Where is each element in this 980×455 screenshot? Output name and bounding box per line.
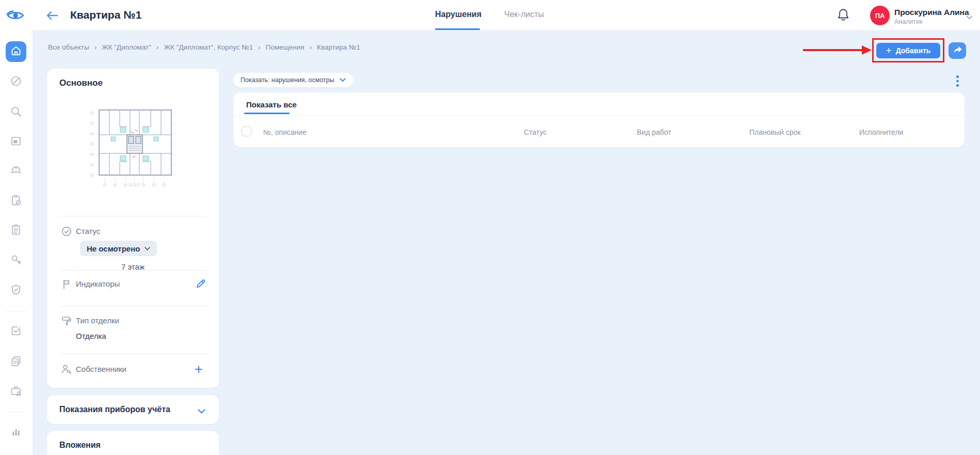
annotation-arrow-line <box>803 49 863 51</box>
home-icon <box>10 44 22 59</box>
key-icon <box>10 254 22 266</box>
status-circle-check-icon <box>61 226 72 239</box>
sidebar-item-contractors[interactable] <box>10 385 22 397</box>
breadcrumb: Все объекты › ЖК "Дипломат" › ЖК "Диплом… <box>48 43 360 51</box>
sidebar-item-keys[interactable] <box>10 254 22 266</box>
filter-dropdown[interactable]: Показать: нарушения, осмотры <box>233 73 353 87</box>
nav-sidebar <box>0 30 33 455</box>
paint-roller-icon <box>61 315 72 328</box>
status-label: Статус <box>76 227 100 236</box>
page-title: Квартира №1 <box>70 9 141 21</box>
share-button[interactable] <box>949 42 966 59</box>
breadcrumb-separator: › <box>258 43 261 51</box>
breadcrumb-item[interactable]: ЖК "Дипломат", Корпус №1 <box>164 43 253 51</box>
sidebar-item-analytics[interactable] <box>10 426 22 438</box>
breadcrumb-item-current: Квартира №1 <box>317 43 360 51</box>
sidebar-divider <box>6 311 26 311</box>
edit-pencil-icon[interactable] <box>195 277 206 291</box>
column-header-assignees: Исполнители <box>859 128 903 136</box>
finish-type-value: Отделка <box>76 332 106 340</box>
sidebar-item-warranty[interactable] <box>10 284 22 296</box>
sidebar-item-violations[interactable] <box>10 75 22 87</box>
breadcrumb-separator: › <box>156 43 159 51</box>
meters-card[interactable]: Показания приборов учёта <box>47 395 219 424</box>
app-header: Квартира №1 Нарушения Чек-листы ПА Проск… <box>0 0 980 30</box>
column-header-status: Статус <box>524 128 547 136</box>
owners-label: Собственники <box>76 365 126 373</box>
indicators-label: Индикаторы <box>76 279 120 288</box>
owner-key-icon <box>61 364 72 377</box>
share-icon <box>952 45 962 56</box>
chevron-down-icon <box>340 78 346 82</box>
breadcrumb-item[interactable]: ЖК "Дипломат" <box>102 43 151 51</box>
tab-checklists[interactable]: Чек-листы <box>504 10 544 19</box>
breadcrumb-item[interactable]: Все объекты <box>48 43 89 51</box>
add-button[interactable]: + Добавить <box>876 43 940 58</box>
clipboard-icon <box>10 224 22 236</box>
more-options-menu[interactable] <box>955 74 960 88</box>
block-icon <box>10 75 22 87</box>
tab-violations[interactable]: Нарушения <box>435 10 481 19</box>
panel-divider <box>59 216 206 216</box>
status-value: Не осмотрено <box>87 244 140 253</box>
sidebar-item-objects[interactable] <box>10 135 22 147</box>
add-button-label: Добавить <box>896 46 931 55</box>
checkbox-check-icon <box>10 324 22 337</box>
sidebar-item-documents[interactable] <box>10 355 22 367</box>
violations-table-card: Показать все №, описание Статус Вид рабо… <box>233 92 965 147</box>
floor-plan-image[interactable] <box>88 106 181 191</box>
table-divider <box>233 115 965 116</box>
app-logo-eye-icon[interactable] <box>6 9 25 24</box>
column-header-description: №, описание <box>263 128 307 136</box>
column-header-due-date: Плановый срок <box>749 128 800 136</box>
app-screen: Квартира №1 Нарушения Чек-листы ПА Проск… <box>0 0 980 455</box>
card-icon <box>10 135 22 147</box>
breadcrumb-item[interactable]: Помещения <box>266 43 304 51</box>
filter-label: Показать: нарушения, осмотры <box>240 76 334 84</box>
annotation-arrow-head-icon <box>862 45 872 55</box>
breadcrumb-separator: › <box>310 43 312 51</box>
breadcrumb-separator: › <box>94 43 97 51</box>
sidebar-item-search[interactable] <box>10 105 22 118</box>
user-role: Аналитик <box>894 18 923 25</box>
shield-check-icon <box>10 284 22 296</box>
attachments-title: Вложения <box>59 441 101 450</box>
column-header-work-type: Вид работ <box>637 128 671 136</box>
chevron-down-icon[interactable] <box>198 407 205 416</box>
plus-icon: + <box>886 45 892 55</box>
active-tab-underline <box>435 28 480 30</box>
flag-icon <box>61 278 72 292</box>
panel-divider <box>59 270 206 271</box>
sidebar-item-inspections[interactable] <box>10 194 22 207</box>
sidebar-item-checklists[interactable] <box>10 224 22 236</box>
tab-show-all[interactable]: Показать все <box>246 100 297 109</box>
sidebar-divider <box>6 412 26 412</box>
notification-bell-icon[interactable] <box>837 8 849 24</box>
active-tab-underline <box>244 113 290 114</box>
briefcase-user-icon <box>10 385 22 397</box>
user-name: Проскурина Алина <box>894 8 969 17</box>
chevron-down-icon <box>144 247 150 250</box>
sidebar-item-construction[interactable] <box>10 164 22 176</box>
panel-divider <box>59 306 206 307</box>
info-panel-card: Основное <box>47 69 219 388</box>
user-menu-chevron-icon[interactable] <box>966 12 973 22</box>
sidebar-item-tasks[interactable] <box>10 324 22 337</box>
finish-type-label: Тип отделки <box>76 316 119 325</box>
back-arrow-icon[interactable] <box>45 9 59 24</box>
documents-icon <box>10 355 22 367</box>
sidebar-item-home[interactable] <box>6 41 26 62</box>
attachments-card[interactable]: Вложения <box>47 431 219 455</box>
select-all-checkbox[interactable] <box>242 127 251 136</box>
search-icon <box>10 105 22 118</box>
clipboard-check-icon <box>10 194 22 207</box>
helmet-icon <box>10 164 22 176</box>
panel-divider <box>59 353 206 354</box>
add-owner-plus-icon[interactable]: + <box>195 363 203 376</box>
meters-title: Показания приборов учёта <box>59 405 170 414</box>
status-dropdown[interactable]: Не осмотрено <box>80 241 157 256</box>
bar-chart-icon <box>10 426 22 438</box>
user-avatar[interactable]: ПА <box>870 6 890 25</box>
info-panel-title: Основное <box>59 78 103 88</box>
